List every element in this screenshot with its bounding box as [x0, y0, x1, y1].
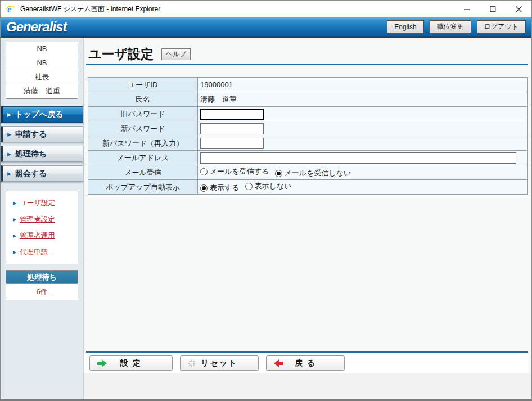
- radio-label: 表示しない: [255, 181, 292, 191]
- form-value: [198, 136, 528, 151]
- page-title: ユーザ設定: [88, 46, 154, 63]
- profile-row: 清藤 道重: [6, 84, 78, 98]
- form-value: [198, 151, 528, 165]
- triangle-icon: ▶: [13, 250, 16, 255]
- link-row: ▶管理者運用: [13, 231, 78, 241]
- pending-count-link[interactable]: 6件: [6, 284, 78, 300]
- back-button[interactable]: 戻 る: [266, 355, 345, 371]
- nav-inquiry[interactable]: ▶照会する: [1, 165, 83, 182]
- form-row-old-password: 旧パスワード: [88, 107, 528, 121]
- form-row-user-id: ユーザID19000001: [88, 78, 528, 92]
- browser-window: e GeneralistWF システム画面 - Internet Explore…: [0, 0, 532, 401]
- triangle-icon: ▶: [7, 151, 11, 157]
- button-label: リセット: [201, 358, 237, 368]
- nav-label: 申請する: [15, 129, 47, 139]
- reset-button[interactable]: リセット: [180, 355, 259, 371]
- form-value: 表示する表示しない: [198, 180, 528, 195]
- form-row-new-password: 新パスワード: [88, 121, 528, 136]
- form-row-email: メールアドレス: [88, 151, 528, 165]
- radio-dot: [202, 186, 206, 190]
- title-divider: [86, 64, 528, 65]
- radio-label: メールを受信しない: [285, 168, 351, 178]
- nav-apply[interactable]: ▶申請する: [1, 126, 83, 142]
- nav-label: トップへ戻る: [15, 110, 64, 120]
- profile-box: NBNB社長清藤 道重: [6, 42, 78, 99]
- triangle-icon: ▶: [13, 233, 16, 238]
- form-label: メール受信: [88, 165, 198, 180]
- close-button[interactable]: [506, 1, 531, 17]
- link-proxy-application[interactable]: 代理申請: [20, 247, 48, 257]
- set-button[interactable]: 設 定: [89, 355, 173, 371]
- pending-title: 処理待ち: [6, 271, 78, 284]
- header-button-group: English職位変更ログアウト: [387, 20, 526, 33]
- radio-button[interactable]: [200, 184, 208, 192]
- form-label: 新パスワード（再入力）: [88, 136, 198, 151]
- form-row-new-password-confirm: 新パスワード（再入力）: [88, 136, 528, 151]
- form-row-mail-receive: メール受信メールを受信するメールを受信しない: [88, 165, 528, 180]
- user-id-value: 19000001: [200, 80, 233, 89]
- radio-label: メールを受信する: [210, 166, 269, 177]
- new-password-input[interactable]: [200, 123, 264, 134]
- email-input[interactable]: [200, 152, 516, 164]
- form-value: [198, 121, 528, 136]
- arrow-left-icon: [274, 359, 283, 367]
- old-password-input[interactable]: [200, 109, 264, 120]
- radio-button[interactable]: [245, 183, 253, 190]
- english-button[interactable]: English: [387, 20, 423, 33]
- radio-label: 表示する: [210, 183, 240, 193]
- radio-button[interactable]: [275, 170, 282, 177]
- form-row-full-name: 氏名清藤 道重: [88, 92, 528, 107]
- spinner-icon: [188, 359, 196, 367]
- button-label: 設 定: [120, 358, 142, 368]
- page-head: ユーザ設定 ヘルプ: [84, 38, 531, 64]
- quick-links-box: ▶ユーザ設定▶管理者設定▶管理者運用▶代理申請: [6, 191, 78, 264]
- arrow-right-icon: [97, 359, 107, 367]
- form-label: 氏名: [88, 92, 198, 107]
- profile-row: 社長: [6, 70, 78, 84]
- form-value: 清藤 道重: [198, 92, 528, 107]
- link-admin-operation[interactable]: 管理者運用: [20, 231, 55, 241]
- link-row: ▶代理申請: [13, 247, 78, 257]
- popup-auto-display-option[interactable]: 表示する: [200, 183, 240, 193]
- button-label: 戻 る: [295, 358, 316, 368]
- link-row: ▶ユーザ設定: [13, 199, 78, 208]
- link-row: ▶管理者設定: [13, 215, 78, 224]
- window-title: GeneralistWF システム画面 - Internet Explorer: [20, 4, 454, 14]
- app-header: Generalist English職位変更ログアウト: [1, 17, 531, 38]
- form-label: 新パスワード: [88, 121, 198, 136]
- new-password-confirm-input[interactable]: [200, 138, 264, 149]
- nav-label: 処理待ち: [15, 149, 47, 159]
- link-admin-settings[interactable]: 管理者設定: [20, 215, 55, 224]
- triangle-icon: ▶: [13, 217, 16, 222]
- app-logo: Generalist: [6, 19, 66, 35]
- position-change-button[interactable]: 職位変更: [430, 20, 471, 33]
- form-row-popup-auto-display: ポップアップ自動表示表示する表示しない: [88, 180, 528, 195]
- internet-explorer-icon: e: [6, 4, 16, 14]
- form-value: 19000001: [198, 78, 528, 92]
- sidebar: NBNB社長清藤 道重 ▶トップへ戻る▶申請する▶処理待ち▶照会する ▶ユーザ設…: [1, 38, 84, 399]
- content-spacer: [84, 195, 531, 351]
- window-controls: [454, 1, 531, 17]
- maximize-button[interactable]: [480, 1, 506, 17]
- triangle-icon: ▶: [7, 112, 11, 118]
- form-label: 旧パスワード: [88, 107, 198, 121]
- pending-box: 処理待ち 6件: [6, 270, 78, 300]
- popup-auto-display-option[interactable]: 表示しない: [245, 181, 292, 191]
- nav-pending[interactable]: ▶処理待ち: [1, 146, 83, 162]
- main-content: ユーザ設定 ヘルプ ユーザID19000001氏名清藤 道重旧パスワード新パスワ…: [84, 38, 531, 399]
- user-settings-form: ユーザID19000001氏名清藤 道重旧パスワード新パスワード新パスワード（再…: [88, 77, 528, 195]
- form-value: [198, 107, 528, 121]
- full-name-value: 清藤 道重: [200, 95, 237, 103]
- link-user-settings[interactable]: ユーザ設定: [20, 199, 55, 208]
- nav-back-to-top[interactable]: ▶トップへ戻る: [1, 106, 83, 123]
- mail-receive-option[interactable]: メールを受信しない: [275, 168, 351, 178]
- minimize-button[interactable]: [454, 1, 480, 17]
- radio-dot: [277, 172, 281, 175]
- triangle-icon: ▶: [13, 201, 16, 206]
- footer-button-bar: 設 定リセット戻 る: [84, 353, 528, 373]
- radio-button[interactable]: [200, 168, 208, 175]
- help-button[interactable]: ヘルプ: [161, 48, 191, 60]
- form-label: ポップアップ自動表示: [88, 180, 198, 195]
- logout-button[interactable]: ログアウト: [477, 20, 526, 33]
- mail-receive-option[interactable]: メールを受信する: [200, 166, 269, 177]
